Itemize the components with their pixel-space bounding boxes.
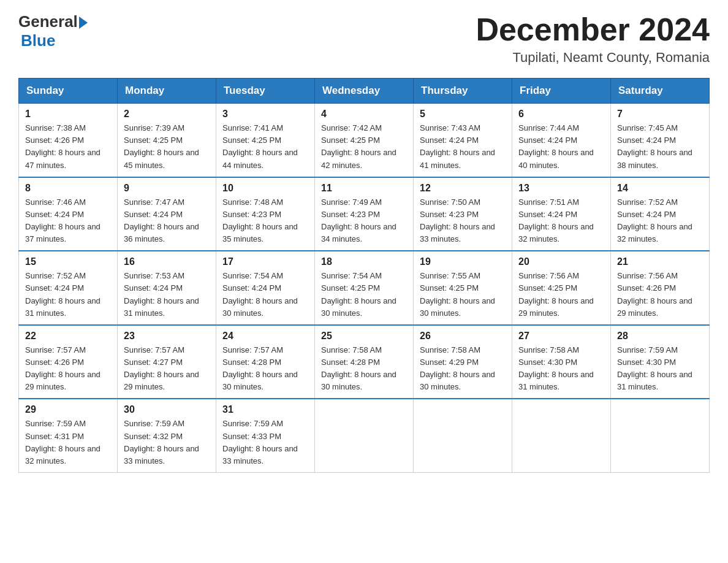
daylight-label: Daylight:: [222, 444, 254, 453]
sunset-label: Sunset:: [25, 210, 52, 219]
day-info: Sunrise: 7:58 AM Sunset: 4:29 PM Dayligh…: [420, 344, 506, 394]
sunrise-label: Sunrise:: [124, 345, 153, 354]
sunset-label: Sunset:: [518, 358, 545, 367]
sunrise-label: Sunrise:: [25, 345, 55, 354]
logo-general-text: General: [18, 12, 78, 31]
day-info: Sunrise: 7:43 AM Sunset: 4:24 PM Dayligh…: [420, 122, 506, 172]
sunrise-label: Sunrise:: [518, 197, 548, 207]
day-info: Sunrise: 7:58 AM Sunset: 4:28 PM Dayligh…: [321, 344, 407, 394]
day-info: Sunrise: 7:57 AM Sunset: 4:27 PM Dayligh…: [124, 344, 210, 394]
sunrise-label: Sunrise:: [617, 123, 646, 132]
sunset-label: Sunset:: [420, 210, 447, 219]
table-row: 26 Sunrise: 7:58 AM Sunset: 4:29 PM Dayl…: [414, 325, 512, 399]
table-row: 2 Sunrise: 7:39 AM Sunset: 4:25 PM Dayli…: [118, 104, 216, 177]
sunrise-label: Sunrise:: [222, 197, 252, 207]
daylight-label: Daylight:: [617, 370, 648, 379]
sunrise-label: Sunrise:: [321, 271, 351, 280]
col-tuesday: Tuesday: [216, 79, 315, 104]
table-row: [414, 399, 512, 472]
sunrise-label: Sunrise:: [420, 345, 449, 354]
sunset-label: Sunset:: [222, 432, 249, 441]
daylight-label: Daylight:: [25, 370, 56, 379]
day-info: Sunrise: 7:48 AM Sunset: 4:23 PM Dayligh…: [222, 196, 308, 246]
day-info: Sunrise: 7:51 AM Sunset: 4:24 PM Dayligh…: [518, 196, 604, 246]
sunset-label: Sunset:: [420, 136, 447, 145]
daylight-label: Daylight:: [222, 296, 254, 305]
sunrise-label: Sunrise:: [222, 419, 252, 428]
day-info: Sunrise: 7:42 AM Sunset: 4:25 PM Dayligh…: [321, 122, 407, 172]
daylight-label: Daylight:: [222, 370, 254, 379]
day-info: Sunrise: 7:57 AM Sunset: 4:26 PM Dayligh…: [25, 344, 111, 394]
table-row: 18 Sunrise: 7:54 AM Sunset: 4:25 PM Dayl…: [315, 251, 414, 325]
daylight-label: Daylight:: [222, 222, 254, 231]
daylight-label: Daylight:: [124, 444, 155, 453]
day-info: Sunrise: 7:38 AM Sunset: 4:26 PM Dayligh…: [25, 122, 111, 172]
sunrise-label: Sunrise:: [420, 123, 449, 132]
col-wednesday: Wednesday: [315, 79, 414, 104]
day-number: 21: [617, 256, 703, 267]
calendar-week-row: 1 Sunrise: 7:38 AM Sunset: 4:26 PM Dayli…: [19, 104, 710, 177]
table-row: [611, 399, 710, 472]
sunset-label: Sunset:: [124, 283, 151, 293]
day-info: Sunrise: 7:50 AM Sunset: 4:23 PM Dayligh…: [420, 196, 506, 246]
day-info: Sunrise: 7:57 AM Sunset: 4:28 PM Dayligh…: [222, 344, 308, 394]
day-info: Sunrise: 7:49 AM Sunset: 4:23 PM Dayligh…: [321, 196, 407, 246]
sunset-label: Sunset:: [25, 136, 52, 145]
sunset-label: Sunset:: [321, 358, 348, 367]
sunrise-label: Sunrise:: [518, 123, 548, 132]
col-friday: Friday: [512, 79, 611, 104]
sunset-label: Sunset:: [222, 210, 249, 219]
sunrise-label: Sunrise:: [124, 197, 153, 207]
day-number: 13: [518, 183, 604, 194]
day-number: 31: [222, 404, 308, 415]
col-sunday: Sunday: [19, 79, 118, 104]
day-number: 12: [420, 183, 506, 194]
table-row: 9 Sunrise: 7:47 AM Sunset: 4:24 PM Dayli…: [118, 177, 216, 251]
logo-arrow-icon: [79, 17, 88, 29]
sunrise-label: Sunrise:: [420, 271, 449, 280]
sunrise-label: Sunrise:: [25, 271, 55, 280]
calendar-week-row: 22 Sunrise: 7:57 AM Sunset: 4:26 PM Dayl…: [19, 325, 710, 399]
day-number: 30: [124, 404, 210, 415]
day-info: Sunrise: 7:46 AM Sunset: 4:24 PM Dayligh…: [25, 196, 111, 246]
sunrise-label: Sunrise:: [518, 345, 548, 354]
table-row: 25 Sunrise: 7:58 AM Sunset: 4:28 PM Dayl…: [315, 325, 414, 399]
table-row: 8 Sunrise: 7:46 AM Sunset: 4:24 PM Dayli…: [19, 177, 118, 251]
col-thursday: Thursday: [414, 79, 512, 104]
day-number: 3: [222, 109, 308, 120]
day-number: 14: [617, 183, 703, 194]
table-row: 6 Sunrise: 7:44 AM Sunset: 4:24 PM Dayli…: [512, 104, 611, 177]
day-number: 6: [518, 109, 604, 120]
daylight-label: Daylight:: [124, 222, 155, 231]
day-info: Sunrise: 7:54 AM Sunset: 4:25 PM Dayligh…: [321, 270, 407, 320]
table-row: 31 Sunrise: 7:59 AM Sunset: 4:33 PM Dayl…: [216, 399, 315, 472]
daylight-label: Daylight:: [617, 296, 648, 305]
sunset-label: Sunset:: [222, 136, 249, 145]
sunrise-label: Sunrise:: [321, 123, 351, 132]
daylight-label: Daylight:: [124, 296, 155, 305]
sunrise-label: Sunrise:: [617, 271, 646, 280]
sunset-label: Sunset:: [124, 358, 151, 367]
sunset-label: Sunset:: [25, 432, 52, 441]
daylight-label: Daylight:: [518, 370, 550, 379]
daylight-label: Daylight:: [420, 222, 451, 231]
day-number: 1: [25, 109, 111, 120]
daylight-label: Daylight:: [518, 222, 550, 231]
day-number: 2: [124, 109, 210, 120]
calendar-title: December 2024: [476, 12, 710, 47]
sunrise-label: Sunrise:: [124, 419, 153, 428]
sunset-label: Sunset:: [518, 210, 545, 219]
day-number: 28: [617, 331, 703, 342]
daylight-label: Daylight:: [25, 444, 56, 453]
day-number: 25: [321, 331, 407, 342]
sunset-label: Sunset:: [617, 210, 644, 219]
table-row: 29 Sunrise: 7:59 AM Sunset: 4:31 PM Dayl…: [19, 399, 118, 472]
sunset-label: Sunset:: [25, 283, 52, 293]
sunrise-label: Sunrise:: [25, 419, 55, 428]
day-number: 19: [420, 256, 506, 267]
table-row: 7 Sunrise: 7:45 AM Sunset: 4:24 PM Dayli…: [611, 104, 710, 177]
sunset-label: Sunset:: [321, 136, 348, 145]
table-row: 11 Sunrise: 7:49 AM Sunset: 4:23 PM Dayl…: [315, 177, 414, 251]
col-saturday: Saturday: [611, 79, 710, 104]
day-info: Sunrise: 7:47 AM Sunset: 4:24 PM Dayligh…: [124, 196, 210, 246]
